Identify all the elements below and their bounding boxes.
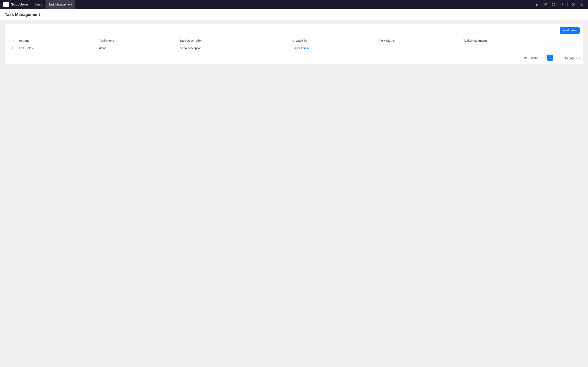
delete-link[interactable]: Delete: [26, 47, 34, 50]
user-icon[interactable]: [578, 1, 585, 8]
col-header-task-status: Task Status: [376, 37, 461, 44]
nav-right-icons: [534, 1, 585, 8]
nav-item-task-management[interactable]: Task Management: [45, 0, 75, 9]
edit-link[interactable]: Edit: [19, 47, 24, 50]
nav-divider: [567, 2, 568, 7]
pagination-prev[interactable]: ‹: [540, 55, 545, 61]
row-task-attachments: [461, 44, 580, 52]
page-title: Task Management: [5, 12, 583, 17]
nav-item-demo[interactable]: Demo: [31, 0, 45, 9]
task-table: Actions Task Name Task Description Creat…: [8, 37, 580, 52]
page-size-selector[interactable]: 20 / page ⌄: [562, 56, 580, 60]
page-header: Task Management: [0, 9, 588, 20]
help-icon[interactable]: [570, 1, 577, 8]
logo-text: NocoBase: [11, 2, 28, 7]
select-all-checkbox[interactable]: [11, 39, 14, 42]
pin-icon[interactable]: [534, 1, 540, 8]
col-header-actions: Actions: [17, 37, 97, 44]
created-by-link[interactable]: Super Admin: [292, 47, 309, 50]
pagination-page-1[interactable]: 1: [547, 55, 553, 61]
pagination: Total 1 items ‹ 1 › 20 / page ⌄: [8, 55, 580, 61]
logo-icon: [3, 2, 9, 7]
add-new-button[interactable]: + Add new: [560, 27, 580, 34]
svg-point-3: [581, 3, 582, 4]
svg-point-0: [553, 4, 554, 5]
top-navigation: NocoBase Demo Task Management: [0, 0, 588, 9]
link-icon[interactable]: [542, 1, 549, 8]
table-container: + Add new Actions Task Name Task Descrip…: [5, 24, 583, 64]
col-header-task-attachments: Task Attachments: [461, 37, 580, 44]
table-row: 1 Edit Delete demo demo description: [8, 44, 580, 52]
pagination-next[interactable]: ›: [554, 55, 560, 61]
row-number: 1: [8, 44, 17, 52]
logo: NocoBase: [3, 2, 28, 7]
select-all-header: [8, 37, 17, 44]
bell-icon[interactable]: [558, 1, 565, 8]
toolbar: + Add new: [8, 27, 580, 34]
row-task-name: demo: [97, 44, 177, 52]
col-header-task-description: Task Description: [177, 37, 290, 44]
row-actions: Edit Delete: [17, 44, 97, 52]
col-header-task-name: Task Name: [97, 37, 177, 44]
col-header-created-by: Created by: [290, 37, 376, 44]
pagination-total: Total 1 items: [522, 56, 538, 59]
chevron-down-icon: ⌄: [576, 57, 578, 59]
row-task-description: demo description: [177, 44, 290, 52]
main-content: + Add new Actions Task Name Task Descrip…: [0, 20, 588, 67]
row-task-status: [376, 44, 461, 52]
settings-icon[interactable]: [550, 1, 557, 8]
row-created-by: Super Admin: [290, 44, 376, 52]
